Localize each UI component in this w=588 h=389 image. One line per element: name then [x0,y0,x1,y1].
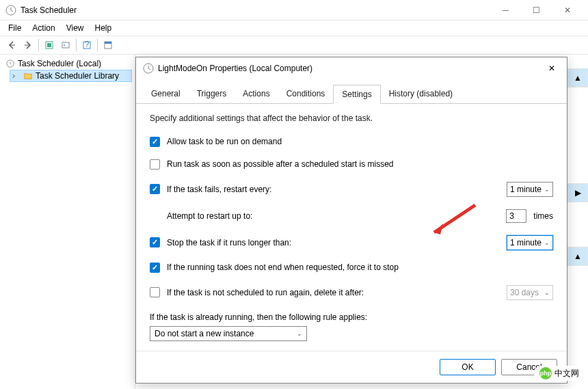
toolbar-separator [38,39,39,51]
if-fails-label: If the task fails, restart every: [167,185,271,194]
chevron-down-icon: ⌄ [297,330,302,337]
watermark-text: 中文网 [554,368,579,379]
attempt-label: Attempt to restart up to: [167,211,252,221]
clock-icon [5,59,15,68]
run-asap-checkbox[interactable] [150,159,160,170]
actions-strip: ▲ ▶ ▲ [567,55,588,389]
attempt-count-input[interactable] [506,209,526,223]
toolbar-action-3[interactable] [101,38,116,53]
stop-longer-checkbox[interactable] [150,237,160,247]
strip-collapse-1[interactable]: ▲ [567,68,588,88]
already-running-label: If the task is already running, then the… [150,312,553,322]
dialog-titlebar: LightModeOn Properties (Local Computer) … [136,57,567,79]
dialog-title: LightModeOn Properties (Local Computer) [158,64,544,73]
tab-general[interactable]: General [143,85,189,103]
sidebar-tree: Task Scheduler (Local) › Task Scheduler … [0,55,135,389]
rule-select[interactable]: Do not start a new instance ⌄ [150,326,307,341]
menubar: File Action View Help [0,21,588,36]
svg-rect-3 [62,42,69,48]
stop-longer-label: Stop the task if it runs longer than: [167,238,291,247]
close-button[interactable]: ✕ [552,1,583,20]
chevron-down-icon: ⌄ [544,289,550,296]
menu-action[interactable]: Action [27,22,60,34]
chevron-down-icon: ⌄ [544,239,550,246]
tab-triggers[interactable]: Triggers [189,85,235,103]
run-asap-label: Run task as soon as possible after a sch… [167,159,553,169]
watermark-badge: php 中文网 [534,366,585,381]
allow-demand-checkbox[interactable] [150,137,160,147]
maximize-button[interactable]: ☐ [521,1,552,20]
toolbar-separator [97,39,98,51]
if-fails-checkbox[interactable] [150,184,160,194]
tree-library[interactable]: › Task Scheduler Library [10,70,132,82]
delete-after-checkbox[interactable] [150,287,160,297]
attempt-suffix: times [533,211,553,221]
settings-description: Specify additional settings that affect … [150,113,553,123]
tree-root-label: Task Scheduler (Local) [18,59,101,68]
clock-icon [5,5,16,16]
php-logo-icon: php [539,367,552,379]
clock-icon [143,63,154,74]
expand-icon[interactable]: › [12,71,21,81]
strip-expand[interactable]: ▶ [567,183,588,202]
minimize-button[interactable]: ─ [490,1,521,20]
stop-duration-select[interactable]: 1 minute ⌄ [507,235,553,250]
menu-view[interactable]: View [61,22,90,34]
strip-collapse-2[interactable]: ▲ [567,247,588,266]
delete-after-select: 30 days ⌄ [507,285,553,300]
folder-icon [23,71,33,81]
force-stop-checkbox[interactable] [150,263,160,273]
svg-point-4 [64,44,65,46]
menu-help[interactable]: Help [90,22,118,34]
settings-tab-content: Specify additional settings that affect … [136,104,567,351]
menu-file[interactable]: File [3,22,27,34]
properties-dialog: LightModeOn Properties (Local Computer) … [135,57,567,384]
toolbar-action-2[interactable] [58,38,73,53]
dialog-tabs: General Triggers Actions Conditions Sett… [136,85,567,104]
tab-actions[interactable]: Actions [235,85,278,103]
delete-after-label: If the task is not scheduled to run agai… [167,288,364,297]
tree-root[interactable]: Task Scheduler (Local) [3,57,132,70]
restart-interval-select[interactable]: 1 minute ⌄ [507,182,553,197]
forward-button[interactable] [21,38,36,53]
allow-demand-label: Allow task to be run on demand [167,137,553,146]
toolbar: ? [0,36,588,55]
tab-history[interactable]: History (disabled) [381,85,461,103]
tree-library-label: Task Scheduler Library [36,71,119,81]
dialog-footer: OK Cancel [136,351,567,383]
window-titlebar: Task Scheduler ─ ☐ ✕ [0,0,588,21]
dialog-close-button[interactable]: ✕ [544,60,560,77]
toolbar-help-button[interactable]: ? [79,38,94,53]
force-stop-label: If the running task does not end when re… [167,263,553,272]
chevron-down-icon: ⌄ [544,186,550,193]
svg-rect-2 [47,43,51,47]
toolbar-action-1[interactable] [42,38,57,53]
tab-conditions[interactable]: Conditions [278,85,334,103]
toolbar-separator [76,39,77,51]
window-title: Task Scheduler [21,5,490,15]
tab-settings[interactable]: Settings [333,85,380,104]
back-button[interactable] [4,38,19,53]
svg-rect-8 [105,42,111,44]
ok-button[interactable]: OK [440,359,496,375]
svg-text:?: ? [85,40,90,49]
